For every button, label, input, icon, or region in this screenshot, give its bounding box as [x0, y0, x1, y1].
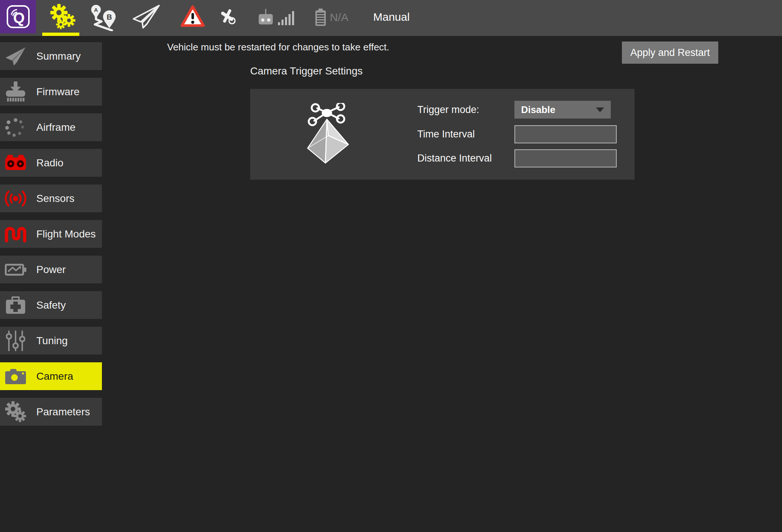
sidebar-item-label: Radio — [36, 149, 63, 177]
battery-status-text: N/A — [330, 11, 348, 24]
fly-paper-plane-icon — [132, 4, 160, 29]
sidebar-item-flight-modes[interactable]: Flight Modes — [0, 220, 102, 248]
apply-and-restart-button[interactable]: Apply and Restart — [622, 41, 718, 64]
distance-interval-input[interactable] — [514, 149, 617, 167]
sidebar-item-label: Summary — [36, 42, 81, 70]
time-interval-input[interactable] — [514, 125, 617, 143]
sidebar-item-camera[interactable]: Camera — [0, 362, 102, 390]
sidebar-item-radio[interactable]: Radio — [0, 149, 102, 177]
sidebar-item-tuning[interactable]: Tuning — [0, 327, 102, 355]
sidebar-item-sensors[interactable]: Sensors — [0, 184, 102, 212]
warning-triangle-icon — [180, 5, 205, 28]
firmware-flash-icon — [4, 81, 27, 103]
svg-text:A: A — [94, 7, 98, 13]
svg-text:Q: Q — [13, 10, 24, 26]
sidebar-item-firmware[interactable]: Firmware — [0, 78, 102, 106]
power-battery-icon — [4, 259, 27, 280]
trigger-mode-value: Disable — [514, 104, 596, 116]
rc-indicator[interactable] — [257, 8, 275, 26]
camera-trigger-drone-icon — [303, 103, 356, 167]
telemetry-indicator[interactable] — [278, 10, 295, 25]
warning-indicator[interactable] — [180, 5, 205, 28]
telemetry-signal-bars-icon — [278, 10, 295, 25]
sidebar-item-label: Parameters — [36, 398, 90, 426]
camera-trigger-panel: Trigger mode: Time Interval Distance Int… — [250, 89, 634, 180]
distance-interval-label: Distance Interval — [417, 149, 492, 167]
trigger-mode-dropdown[interactable]: Disable — [514, 101, 611, 119]
gps-indicator[interactable] — [220, 9, 238, 26]
sidebar-item-airframe[interactable]: Airframe — [0, 113, 102, 141]
gears-setup-icon — [49, 4, 76, 30]
sidebar-item-summary[interactable]: Summary — [0, 42, 102, 70]
sensor-waves-icon — [4, 187, 27, 209]
sidebar-item-label: Firmware — [36, 78, 80, 106]
flight-mode-label[interactable]: Manual — [373, 11, 410, 23]
sidebar-item-parameters[interactable]: Parameters — [0, 398, 102, 426]
trigger-mode-label: Trigger mode: — [417, 101, 479, 119]
rc-transmitter-icon — [257, 8, 275, 26]
tuning-sliders-icon — [4, 330, 27, 352]
safety-case-icon — [4, 294, 27, 316]
radio-receiver-icon — [4, 152, 27, 174]
section-title: Camera Trigger Settings — [250, 65, 362, 77]
sidebar-item-label: Airframe — [36, 113, 76, 141]
battery-indicator[interactable] — [314, 9, 327, 26]
top-toolbar: Q A B — [0, 0, 782, 36]
parameters-gears-icon — [4, 401, 27, 423]
sidebar-item-safety[interactable]: Safety — [0, 291, 102, 319]
chevron-down-icon — [596, 107, 604, 112]
plan-route-icon: A B — [89, 3, 119, 31]
restart-notice: Vehicle must be restarted for changes to… — [167, 41, 389, 53]
fly-tab[interactable] — [132, 4, 160, 29]
paper-plane-icon — [4, 45, 27, 67]
sidebar-item-label: Power — [36, 256, 66, 283]
airframe-dots-icon — [4, 116, 27, 138]
sidebar-item-power[interactable]: Power — [0, 256, 102, 283]
flight-modes-wave-icon — [4, 223, 27, 245]
gps-satellite-icon — [220, 9, 238, 26]
qgc-logo-icon: Q — [6, 5, 30, 29]
camera-icon — [4, 365, 27, 387]
svg-text:B: B — [107, 13, 112, 21]
sidebar-item-label: Camera — [36, 362, 73, 390]
setup-tab[interactable] — [49, 4, 76, 30]
sidebar-item-label: Safety — [36, 291, 66, 319]
time-interval-label: Time Interval — [417, 125, 475, 143]
sidebar-item-label: Tuning — [36, 327, 68, 355]
sidebar-item-label: Flight Modes — [36, 220, 96, 248]
qgc-logo[interactable]: Q — [0, 0, 36, 33]
sidebar-item-label: Sensors — [36, 184, 74, 212]
battery-icon — [314, 9, 327, 26]
active-tab-underline — [42, 33, 79, 36]
plan-tab[interactable]: A B — [89, 3, 119, 31]
